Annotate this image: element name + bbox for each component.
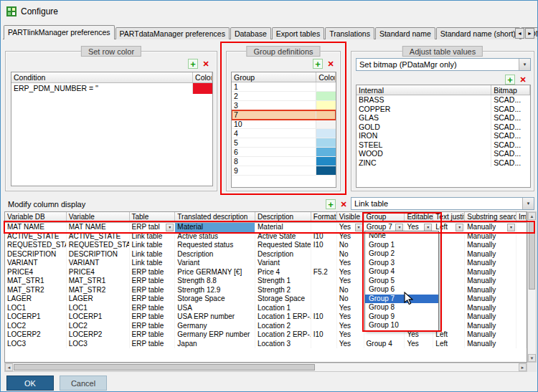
cell-editable[interactable]: Yes bbox=[405, 340, 433, 349]
add-group-icon[interactable]: + bbox=[313, 59, 323, 69]
cell-variable[interactable]: VARIANT bbox=[67, 259, 130, 268]
table-row[interactable]: MAT NAMEMAT NAMEERP tabl▾MaterialMateria… bbox=[5, 223, 527, 232]
table-row[interactable]: LOCERP1LOCERP1ERP tableUSA ERP numberLoc… bbox=[5, 312, 527, 322]
table-row[interactable]: WOODSCAD... bbox=[357, 149, 530, 158]
internal-cell[interactable]: STEEL bbox=[357, 140, 491, 150]
table-row[interactable]: 2 bbox=[232, 92, 336, 101]
table-row[interactable]: LAGERLAGERERP tableStorage SpaceStorage … bbox=[5, 295, 527, 304]
cell-format[interactable]: I10 bbox=[311, 330, 337, 340]
table-row[interactable]: 1 bbox=[232, 82, 336, 92]
table-row[interactable]: COPPERSCAD... bbox=[357, 105, 530, 114]
table-row[interactable]: IRONSCAD... bbox=[357, 131, 530, 140]
cell-translated[interactable]: Strength 12.9 bbox=[175, 286, 255, 295]
column-header-bitmap[interactable]: Bitmap bbox=[491, 85, 530, 95]
tab-standard-name-short-[interactable]: Standard name (short) bbox=[436, 27, 520, 39]
table-row[interactable]: ZINCSCAD... bbox=[357, 158, 530, 168]
cell-variable-db[interactable]: LOC2 bbox=[5, 322, 67, 331]
cell-translated[interactable]: USA ERP number bbox=[175, 312, 255, 322]
color-swatch[interactable] bbox=[316, 157, 336, 166]
cell-substring[interactable]: Manually bbox=[465, 232, 516, 242]
bitmap-cell[interactable]: SCAD... bbox=[491, 149, 530, 158]
column-header[interactable]: Substring search bbox=[465, 212, 516, 222]
cell-translated[interactable]: Material bbox=[175, 223, 255, 232]
table-row[interactable]: 4 bbox=[232, 129, 336, 138]
cell-description[interactable]: Location 1 ERP-... bbox=[255, 312, 311, 322]
cell-table[interactable]: ERP table bbox=[130, 277, 176, 286]
cancel-button[interactable]: Cancel bbox=[60, 376, 107, 391]
internal-cell[interactable]: GOLD bbox=[357, 123, 491, 132]
column-header[interactable]: Group bbox=[364, 212, 405, 222]
cell-description[interactable]: Strength 2 bbox=[255, 286, 311, 295]
dropdown-option[interactable]: Group 5 bbox=[365, 277, 438, 286]
cell-translated[interactable]: Variant bbox=[175, 259, 255, 268]
condition-cell[interactable]: ERP_PDM_NUMBER = '' bbox=[11, 83, 193, 94]
cell-translated[interactable]: Japan bbox=[175, 340, 255, 349]
chevron-down-icon[interactable]: ▾ bbox=[522, 198, 534, 209]
table-row[interactable]: MAT_STR1MAT_STR1ERP tableStrength 8.8Str… bbox=[5, 277, 527, 286]
cell-im[interactable] bbox=[516, 322, 527, 331]
cell-variable[interactable]: LOCERP1 bbox=[67, 312, 130, 322]
cell-format[interactable] bbox=[311, 223, 337, 232]
cell-visible[interactable]: No bbox=[337, 250, 364, 259]
table-row[interactable]: DESCRIPTIONDESCRIPTIONLink tableDescript… bbox=[5, 250, 527, 259]
cell-format[interactable] bbox=[311, 259, 337, 268]
table-row[interactable]: 3 bbox=[232, 101, 336, 110]
dropdown-option[interactable]: Group 1 bbox=[365, 241, 438, 250]
column-header[interactable]: Format bbox=[311, 212, 337, 222]
scroll-up-icon[interactable]: ▲ bbox=[528, 212, 536, 220]
internal-cell[interactable]: BRASS bbox=[357, 95, 491, 105]
tab-partlinkmanager-preferences[interactable]: PARTlinkManager preferences bbox=[4, 25, 115, 39]
dropdown-option[interactable]: Group 7 bbox=[365, 295, 438, 304]
cell-visible[interactable]: Yes bbox=[337, 312, 364, 322]
chevron-down-icon[interactable]: ▾ bbox=[519, 59, 530, 70]
dropdown-option[interactable]: Group 6 bbox=[365, 285, 438, 295]
cell-description[interactable]: Requested State bbox=[255, 241, 311, 250]
cell-im[interactable] bbox=[516, 250, 527, 259]
dropdown-option[interactable]: Group 2 bbox=[365, 249, 438, 259]
cell-format[interactable] bbox=[311, 286, 337, 295]
chevron-down-icon[interactable]: ▾ bbox=[355, 224, 363, 231]
cell-variable-db[interactable]: ACTIVE_STATE bbox=[5, 232, 67, 242]
vertical-scrollbar[interactable]: ▲ ▼ bbox=[527, 211, 537, 363]
cell-visible[interactable]: Yes▾ bbox=[337, 223, 364, 232]
cell-table[interactable]: ERP table bbox=[130, 295, 176, 304]
cell-variable[interactable]: MAT_STR2 bbox=[67, 286, 130, 295]
cell-im[interactable] bbox=[516, 330, 527, 340]
color-swatch[interactable] bbox=[193, 83, 212, 94]
add-column-icon[interactable]: + bbox=[326, 199, 336, 209]
tab-partdatamanager-preferences[interactable]: PARTdataManager preferences bbox=[115, 27, 230, 39]
table-row[interactable]: 8 bbox=[232, 157, 336, 166]
internal-cell[interactable]: GLAS bbox=[357, 113, 491, 123]
cell-im[interactable] bbox=[516, 340, 527, 349]
cell-format[interactable]: I10 bbox=[311, 241, 337, 250]
scroll-right-icon[interactable]: ► bbox=[519, 363, 527, 371]
horizontal-scrollbar-thumb[interactable] bbox=[14, 364, 315, 371]
delete-bitmap-icon[interactable]: ✕ bbox=[518, 75, 528, 85]
delete-group-icon[interactable]: ✕ bbox=[326, 59, 336, 69]
cell-variable[interactable]: MAT_STR1 bbox=[67, 277, 130, 286]
column-header-internal[interactable]: Internal bbox=[357, 85, 491, 95]
table-row[interactable]: 10 bbox=[232, 120, 336, 129]
cell-substring[interactable]: Manually bbox=[465, 241, 516, 250]
cell-variable-db[interactable]: VARIANT bbox=[5, 259, 67, 268]
cell-variable-db[interactable]: PRICE4 bbox=[5, 268, 67, 277]
cell-description[interactable]: Location 2 bbox=[255, 322, 311, 331]
cell-substring[interactable]: Manually▾ bbox=[465, 223, 516, 232]
bitmap-cell[interactable]: SCAD... bbox=[491, 131, 530, 140]
cell-substring[interactable]: Manually bbox=[465, 330, 516, 340]
cell-table[interactable]: ERP table bbox=[130, 286, 176, 295]
cell-table[interactable]: ERP table bbox=[130, 340, 176, 349]
color-swatch[interactable] bbox=[316, 129, 336, 138]
cell-im[interactable] bbox=[516, 241, 527, 250]
dropdown-option[interactable]: Group 10 bbox=[365, 321, 438, 330]
column-header[interactable]: Translated description bbox=[175, 212, 255, 222]
cell-variable[interactable]: LAGER bbox=[67, 295, 130, 304]
cell-translated[interactable]: Strength 8.8 bbox=[175, 277, 255, 286]
dropdown-option[interactable]: Group 4 bbox=[365, 267, 438, 277]
scroll-left-icon[interactable]: ◄ bbox=[5, 363, 13, 371]
cell-visible[interactable]: Yes bbox=[337, 322, 364, 331]
cell-translated[interactable]: Germany bbox=[175, 322, 255, 331]
column-header-color[interactable]: Color bbox=[193, 72, 212, 82]
chevron-down-icon[interactable]: ▾ bbox=[456, 224, 463, 231]
delete-column-icon[interactable]: ✕ bbox=[339, 199, 349, 209]
